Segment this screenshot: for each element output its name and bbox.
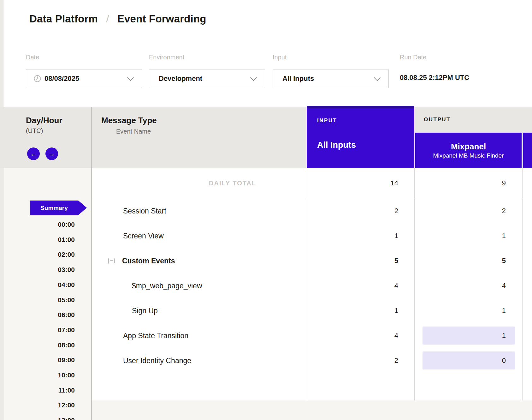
- output-count-highlighted: 0: [423, 351, 515, 369]
- input-count: 1: [307, 223, 414, 248]
- input-value: All Inputs: [282, 75, 314, 83]
- chevron-down-icon: [374, 74, 381, 81]
- event-forwarding-page: Data Platform / Event Forwarding Date 08…: [0, 0, 532, 420]
- hour-item-01[interactable]: 01:00: [0, 235, 75, 244]
- environment-dropdown[interactable]: Development: [149, 69, 265, 88]
- output-column-header-mixpanel[interactable]: Mixpanel Mixpanel MB Music Finder: [415, 133, 522, 168]
- output-connection-subtitle: Mixpanel MB Music Finder: [433, 153, 504, 159]
- output-connection-name: Mixpanel: [451, 142, 486, 151]
- table-row-mp-web-page-view: $mp_web_page_view 4 4: [0, 273, 532, 298]
- table-row-screen-view: Screen View 1 1: [0, 223, 532, 248]
- hour-item-08[interactable]: 08:00: [0, 341, 75, 350]
- hour-item-05[interactable]: 05:00: [0, 296, 75, 304]
- day-hour-column-subtitle: (UTC): [26, 127, 43, 135]
- page-title: Event Forwarding: [117, 13, 206, 25]
- next-day-button[interactable]: →: [45, 147, 58, 160]
- clock-icon: [34, 75, 41, 82]
- event-name: Custom Events: [122, 256, 175, 265]
- daily-total-output-value: 9: [423, 174, 515, 192]
- message-type-column-title: Message Type: [101, 116, 157, 125]
- daily-total-row: DAILY TOTAL 14 9: [92, 168, 532, 198]
- previous-day-button[interactable]: ←: [27, 147, 40, 160]
- input-column-header: INPUT All Inputs: [307, 106, 414, 168]
- date-value: 08/08/2025: [44, 75, 79, 83]
- run-date-value: 08.08.25 2:12PM UTC: [400, 74, 469, 82]
- table-row-custom-events: Custom Events 5 5: [0, 248, 532, 273]
- input-column-accent-strip: [307, 106, 414, 108]
- input-count: 4: [307, 323, 414, 348]
- input-count: 1: [307, 298, 414, 323]
- day-hour-column-title: Day/Hour: [26, 116, 62, 125]
- input-count: 5: [307, 248, 414, 273]
- chevron-down-icon: [127, 74, 134, 81]
- environment-filter-label: Environment: [149, 54, 184, 61]
- hour-item-10[interactable]: 10:00: [0, 371, 75, 380]
- output-count: 5: [423, 252, 515, 270]
- output-count: 4: [423, 277, 515, 295]
- event-name: Session Start: [123, 207, 166, 215]
- output-count: 2: [423, 202, 515, 220]
- daily-total-input-value: 14: [307, 168, 414, 198]
- date-filter-label: Date: [26, 54, 39, 61]
- arrow-left-icon: ←: [30, 150, 37, 158]
- summary-tag-arrow: [78, 201, 87, 215]
- event-name: User Identity Change: [123, 356, 191, 365]
- input-count: 2: [307, 348, 414, 373]
- breadcrumb: Data Platform / Event Forwarding: [29, 13, 206, 25]
- output-count-highlighted: 1: [423, 327, 515, 345]
- input-column-name: All Inputs: [317, 140, 356, 150]
- hour-item-02[interactable]: 02:00: [0, 250, 75, 259]
- table-row-user-identity-change: User Identity Change 2 0: [0, 348, 532, 373]
- arrow-right-icon: →: [49, 150, 55, 158]
- chevron-down-icon: [250, 74, 257, 81]
- hour-item-13[interactable]: 13:00: [0, 416, 75, 420]
- breadcrumb-separator: /: [106, 13, 109, 25]
- hour-item-00[interactable]: 00:00: [0, 220, 75, 229]
- output-column-header-partial: [523, 133, 532, 168]
- hour-item-12[interactable]: 12:00: [0, 401, 75, 410]
- date-dropdown[interactable]: 08/08/2025: [26, 69, 142, 88]
- output-count: 1: [423, 302, 515, 320]
- hour-item-09[interactable]: 09:00: [0, 356, 75, 364]
- summary-row-selector[interactable]: Summary: [30, 201, 78, 215]
- daily-total-label: DAILY TOTAL: [209, 179, 256, 187]
- output-count: 1: [423, 227, 515, 245]
- minus-icon: [110, 261, 113, 261]
- input-section-label: INPUT: [317, 117, 337, 124]
- input-count: 2: [307, 198, 414, 223]
- event-name-column-subtitle: Event Name: [116, 128, 151, 135]
- output-section-header: OUTPUT: [424, 117, 451, 123]
- grid-bottom-band: [92, 400, 532, 420]
- input-count: 4: [307, 273, 414, 298]
- hour-item-07[interactable]: 07:00: [0, 326, 75, 334]
- hour-item-06[interactable]: 06:00: [0, 310, 75, 319]
- table-row-app-state-transition: App State Transition 4 1: [0, 323, 532, 348]
- event-name: App State Transition: [123, 331, 188, 340]
- input-filter-label: Input: [273, 54, 287, 61]
- event-name: $mp_web_page_view: [132, 281, 202, 290]
- collapse-toggle-icon[interactable]: [108, 258, 115, 264]
- breadcrumb-data-platform[interactable]: Data Platform: [29, 13, 98, 25]
- input-dropdown[interactable]: All Inputs: [273, 69, 389, 88]
- hour-item-11[interactable]: 11:00: [0, 386, 75, 395]
- event-name: Sign Up: [132, 306, 158, 315]
- environment-value: Development: [159, 75, 202, 83]
- event-name: Screen View: [123, 231, 164, 240]
- hour-item-03[interactable]: 03:00: [0, 265, 75, 274]
- hour-item-04[interactable]: 04:00: [0, 280, 75, 289]
- table-row-sign-up: Sign Up 1 1: [0, 298, 532, 323]
- filter-bar: Date 08/08/2025 Environment Development …: [3, 44, 532, 107]
- page-header: Data Platform / Event Forwarding: [3, 0, 532, 44]
- run-date-label: Run Date: [400, 54, 427, 61]
